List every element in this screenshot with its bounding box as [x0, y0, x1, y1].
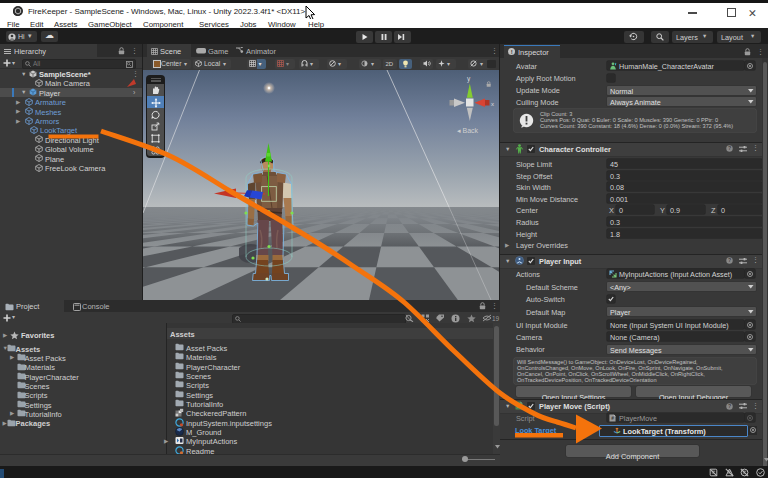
svg-text:#: #: [611, 416, 614, 421]
svg-text:#: #: [517, 403, 520, 409]
svg-text:?: ?: [728, 403, 731, 409]
svg-text:◂ Back: ◂ Back: [457, 127, 479, 134]
svg-text:x: x: [491, 101, 494, 107]
svg-text:?: ?: [728, 145, 731, 151]
svg-text:?: ?: [728, 257, 731, 263]
